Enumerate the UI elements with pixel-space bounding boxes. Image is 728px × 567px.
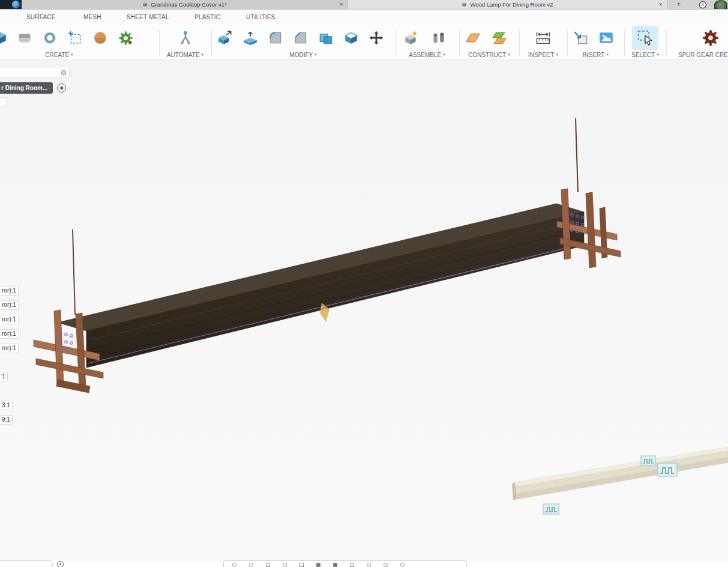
construction-plane-icon[interactable]	[464, 29, 482, 47]
timeline-stub-bar[interactable]	[0, 560, 53, 567]
toolbar-group-inspect: INSPECT ▾	[519, 25, 567, 60]
close-tab-icon[interactable]: ×	[659, 0, 663, 9]
move-copy-icon[interactable]	[367, 29, 385, 47]
tab-surface[interactable]: SURFACE	[26, 10, 56, 25]
document-tab-label: Grandmas Cooktop Cover v1*	[151, 1, 227, 8]
selection-widget[interactable]	[543, 504, 559, 514]
job-status-icon[interactable]	[699, 1, 707, 9]
selection-widget[interactable]	[658, 463, 677, 476]
modify-menu-label[interactable]: MODIFY	[289, 52, 313, 58]
chevron-down-icon: ▾	[556, 52, 558, 57]
tab-mesh[interactable]: MESH	[83, 10, 101, 25]
timeline-marker-icon[interactable]	[57, 561, 64, 567]
browser-document-name[interactable]: r Dining Room...	[0, 82, 53, 94]
spur-gear-icon[interactable]	[702, 29, 720, 47]
chamfer-icon[interactable]	[292, 29, 310, 47]
document-tab-wood-lamp[interactable]: Wood Lamp For Dining Room v2 ×	[348, 0, 667, 9]
new-document-button[interactable]: +	[673, 1, 684, 8]
chevron-down-icon: ▾	[314, 52, 317, 57]
create-menu-label[interactable]: CREATE	[45, 52, 69, 58]
copper-bracket-right[interactable]	[557, 189, 621, 268]
display-settings-icon[interactable]	[316, 563, 320, 567]
browser-item[interactable]: ror):1	[0, 344, 19, 353]
tab-sheet-metal[interactable]: SHEET METAL	[127, 10, 169, 25]
model-scene[interactable]	[0, 60, 728, 562]
browser-item[interactable]: 9:1	[0, 415, 13, 425]
fit-window-icon[interactable]	[299, 563, 304, 567]
titlebar: Grandmas Cooktop Cover v1* × Wood Lamp F…	[0, 0, 728, 10]
browser-item[interactable]: ror):1	[0, 315, 19, 324]
grid-snaps-icon[interactable]	[333, 563, 337, 567]
zoom-icon[interactable]	[283, 563, 287, 567]
chevron-down-icon: ▾	[657, 52, 659, 57]
offset-plane-icon[interactable]	[490, 29, 508, 47]
channel-profile-body[interactable]	[512, 447, 728, 500]
tab-utilities[interactable]: UTILITIES	[246, 10, 275, 25]
shell-icon[interactable]	[342, 29, 360, 47]
coil-icon[interactable]	[41, 29, 59, 47]
selection-widget[interactable]	[641, 456, 655, 465]
document-tab-grandmas-cooktop[interactable]: Grandmas Cooktop Cover v1* ×	[22, 0, 348, 9]
browser-header-bar[interactable]: ⊖	[0, 67, 72, 78]
browser-item[interactable]: ror):1	[0, 329, 19, 339]
automate-menu-label[interactable]: AUTOMATE	[167, 52, 200, 58]
lamp-beam-body[interactable]	[58, 204, 584, 368]
tab-plastic[interactable]: PLASTIC	[194, 10, 220, 25]
browser-node-stub[interactable]	[0, 97, 7, 106]
navigation-wheel-icon[interactable]	[367, 563, 371, 567]
construct-menu-label[interactable]: CONSTRUCT	[468, 52, 506, 58]
document-icon	[142, 2, 148, 7]
select-menu-label[interactable]: SELECT	[631, 52, 655, 58]
create-box-icon[interactable]	[0, 29, 8, 47]
measure-icon[interactable]	[534, 29, 552, 47]
spur-gear-menu-label[interactable]: SPUR GEAR CREA	[678, 52, 728, 58]
automate-tool-icon[interactable]	[176, 29, 194, 47]
look-at-icon[interactable]	[249, 563, 253, 567]
scripts-addins-icon[interactable]	[116, 29, 134, 47]
close-tab-icon[interactable]: ×	[340, 0, 343, 9]
ribbon-toolbar: CREATE ▾ AUTOMATE ▾	[0, 25, 728, 60]
chevron-down-icon: ▾	[606, 52, 609, 57]
user-avatar[interactable]	[714, 0, 727, 9]
insert-derive-icon[interactable]	[572, 29, 590, 47]
combine-icon[interactable]	[317, 29, 335, 47]
offset-face-icon[interactable]	[241, 29, 259, 47]
viewports-icon[interactable]	[350, 563, 354, 567]
create-sketch-icon[interactable]	[66, 29, 84, 47]
fillet-icon[interactable]	[266, 29, 284, 47]
browser-item[interactable]: ror):1	[0, 286, 19, 296]
orbit-icon[interactable]	[232, 563, 236, 567]
pipe-icon[interactable]	[16, 29, 34, 47]
toolbar-group-insert: INSERT ▾	[567, 25, 624, 60]
browser-item[interactable]: ror):1	[0, 300, 19, 310]
inspect-menu-label[interactable]: INSPECT	[528, 52, 554, 58]
pan-icon[interactable]	[266, 563, 270, 567]
hanging-wire-left[interactable]	[73, 229, 75, 315]
new-component-icon[interactable]	[402, 29, 420, 47]
hanging-wire-right[interactable]	[576, 118, 578, 192]
toolbar-group-spur-gear: SPUR GEAR CREA	[666, 25, 728, 60]
document-tab-label: Wood Lamp For Dining Room v2	[470, 1, 553, 8]
toolbar-group-create: CREATE ▾	[0, 25, 159, 60]
canvas-image-icon[interactable]	[597, 29, 615, 47]
browser-item[interactable]: 3:1	[0, 401, 13, 410]
home-view-icon[interactable]	[400, 563, 405, 567]
toolbar-group-select: SELECT ▾	[624, 25, 666, 60]
select-tool-icon[interactable]	[632, 26, 658, 50]
ribbon-tab-row: SURFACE MESH SHEET METAL PLASTIC UTILITI…	[0, 10, 728, 25]
chevron-down-icon: ▾	[443, 52, 445, 57]
collapse-all-icon[interactable]: ⊖	[61, 69, 67, 76]
press-pull-icon[interactable]	[216, 29, 234, 47]
visibility-radio-icon[interactable]	[57, 83, 66, 92]
zoom-window-icon[interactable]	[384, 563, 388, 567]
viewport-canvas[interactable]: ⊖ r Dining Room... ror):1 ror):1 ror):1 …	[0, 60, 728, 562]
divider	[69, 69, 70, 76]
browser-item[interactable]: 1	[0, 372, 8, 381]
create-form-icon[interactable]	[91, 29, 109, 47]
insert-menu-label[interactable]: INSERT	[583, 52, 605, 58]
toolbar-group-assemble: ASSEMBLE ▾	[395, 25, 459, 60]
joint-icon[interactable]	[430, 29, 448, 47]
chevron-down-icon: ▾	[202, 52, 204, 57]
fusion-logo[interactable]	[0, 0, 22, 9]
assemble-menu-label[interactable]: ASSEMBLE	[409, 52, 441, 58]
